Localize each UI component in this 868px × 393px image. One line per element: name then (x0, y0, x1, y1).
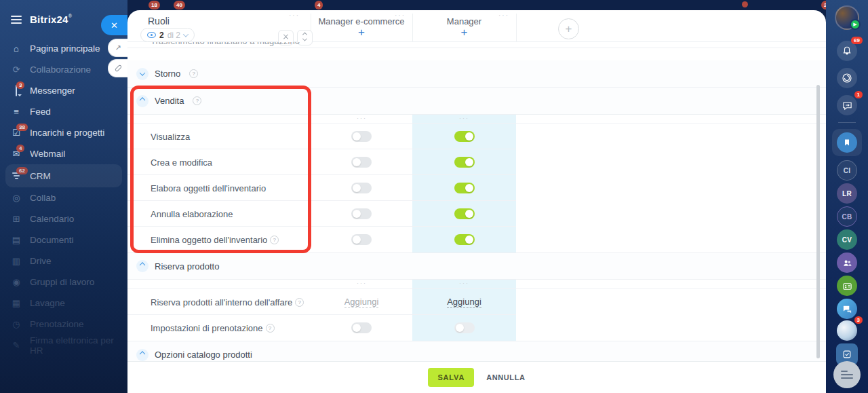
add-permission-button[interactable]: + (412, 26, 516, 39)
add-permission-button[interactable]: + (311, 26, 412, 39)
help-icon[interactable]: ? (193, 96, 201, 105)
webmail-icon: ✉4 (11, 149, 22, 159)
table-row: Annulla elaborazione (127, 201, 826, 227)
section-riserva-prodotto[interactable]: Riserva prodotto (127, 252, 826, 280)
sidebar-item-documenti[interactable]: ▤ Documenti (0, 229, 127, 250)
badge: 4 (16, 145, 24, 152)
copy-link-icon[interactable] (108, 59, 127, 77)
toggle-impostazioni-ecommerce[interactable] (351, 322, 372, 333)
sidebar-item-crm[interactable]: 62 CRM (5, 164, 122, 187)
chat-sync-button[interactable]: 1 (837, 95, 857, 115)
help-icon[interactable]: ? (189, 69, 198, 78)
close-icon[interactable]: ✕ (101, 15, 127, 35)
open-new-window-icon[interactable]: ↗ (108, 39, 127, 57)
assistant-badge: 3 (854, 316, 863, 324)
copilot-button[interactable] (837, 68, 857, 88)
sidebar-item-gruppi[interactable]: ◉ Gruppi di lavoro (0, 272, 127, 293)
user-avatar[interactable]: ▶ (835, 5, 859, 30)
workgroups-icon: ◉ (11, 277, 22, 287)
sidebar-item-lavagne[interactable]: ▦ Lavagne (0, 293, 127, 314)
toggle-crea-manager[interactable] (454, 157, 475, 168)
collab-icon: ◎ (11, 193, 22, 203)
chat-badge: 1 (854, 91, 863, 98)
feed-icon: ≡ (11, 107, 22, 117)
roles-permissions-panel: Ruoli ··· 2 di 2 ··· Manager e-commerce … (127, 10, 826, 393)
toggle-impostazioni-manager[interactable] (454, 322, 475, 333)
ellipsis-icon[interactable]: ··· (459, 280, 469, 286)
collapse-rail-button[interactable] (833, 361, 861, 388)
help-icon[interactable]: ? (266, 324, 275, 333)
sidebar-item-webmail[interactable]: ✉4 Webmail (0, 143, 127, 164)
sidebar-item-feed[interactable]: ≡ Feed (0, 101, 127, 122)
chevron-up-icon[interactable] (136, 95, 149, 107)
ellipsis-icon[interactable]: ··· (395, 12, 406, 19)
chevron-up-icon[interactable] (136, 260, 149, 272)
tasks-icon: ☑38 (11, 128, 22, 138)
chevron-up-icon[interactable] (136, 349, 149, 361)
drive-icon: ▥ (11, 256, 22, 266)
save-button[interactable]: SALVA (428, 368, 474, 387)
help-icon[interactable]: ? (270, 236, 279, 244)
calendar-icon: ⊞ (11, 214, 22, 224)
booking-icon: ◷ (11, 319, 22, 329)
chevron-down-icon (183, 31, 189, 37)
aggiungi-link-ecommerce[interactable]: Aggiungi (344, 297, 379, 308)
chevron-down-icon[interactable] (136, 68, 149, 80)
sidebar-item-incarichi[interactable]: ☑38 Incarichi e progetti (0, 122, 127, 143)
section-storno[interactable]: Storno ? (127, 60, 826, 88)
vertical-scrollbar[interactable] (816, 85, 820, 358)
copilot-icon (842, 73, 852, 83)
toggle-annulla-ecommerce[interactable] (351, 208, 372, 219)
sidebar-item-collab[interactable]: ◎ Collab (0, 187, 127, 208)
sidebar-item-prenotazione[interactable]: ◷ Prenotazione (0, 314, 127, 335)
whiteboards-icon: ▦ (11, 298, 22, 308)
documents-icon: ▤ (11, 235, 22, 245)
sidebar-item-firma-elettronica[interactable]: ✎ Firma elettronica per HR (0, 335, 127, 356)
role-column-manager-ecommerce: ··· Manager e-commerce + (311, 10, 412, 42)
toggle-elimina-ecommerce[interactable] (351, 234, 372, 245)
crm-icon: 62 (11, 171, 22, 181)
aggiungi-link-manager[interactable]: Aggiungi (447, 297, 481, 308)
toggle-elabora-manager[interactable] (454, 183, 475, 193)
roles-visibility-filter[interactable]: 2 di 2 (140, 28, 195, 42)
toggle-visualizza-ecommerce[interactable] (351, 131, 372, 142)
messenger-rail-button[interactable] (837, 299, 857, 319)
toggle-crea-ecommerce[interactable] (351, 157, 372, 168)
bell-icon (842, 46, 852, 56)
cancel-button[interactable]: ANNULLA (486, 373, 525, 381)
add-role-button[interactable]: + (558, 18, 579, 39)
avatar-cv[interactable]: CV (837, 229, 857, 250)
ellipsis-icon[interactable]: ··· (498, 12, 509, 19)
sidebar-item-calendario[interactable]: ⊞ Calendario (0, 208, 127, 229)
ellipsis-icon[interactable]: ··· (357, 115, 367, 121)
sidebar-item-messenger[interactable]: 3 Messenger (0, 80, 127, 101)
employees-button[interactable] (837, 252, 857, 273)
check-square-icon (842, 350, 852, 359)
play-icon: ▶ (850, 19, 861, 30)
toggle-annulla-manager[interactable] (454, 208, 475, 219)
hamburger-menu-icon[interactable] (11, 14, 22, 26)
page-title: Ruoli (148, 16, 170, 26)
bookmark-button[interactable] (832, 129, 862, 156)
ellipsis-icon[interactable]: ··· (459, 115, 469, 121)
toggle-elimina-manager[interactable] (454, 234, 475, 245)
table-row: Crea e modifica (127, 149, 826, 175)
sidebar-item-drive[interactable]: ▥ Drive (0, 250, 127, 272)
ellipsis-icon[interactable]: ··· (289, 12, 300, 19)
notifications-button[interactable]: 69 (837, 41, 857, 61)
avatar-cb[interactable]: CB (837, 206, 857, 227)
ellipsis-icon[interactable]: ··· (357, 280, 367, 286)
assistant-avatar[interactable]: 3 (837, 320, 857, 341)
avatar-ci[interactable]: CI (837, 160, 857, 181)
contacts-button[interactable] (837, 276, 857, 296)
home-icon: ⌂ (11, 43, 22, 54)
left-sidebar: Bitrix24® ⌂ Pagina principale ⟳ Collabor… (0, 0, 127, 393)
avatar-lr[interactable]: LR (837, 183, 857, 204)
top-counter-dot (742, 1, 748, 7)
help-icon[interactable]: ? (295, 298, 304, 307)
divider (838, 122, 856, 123)
toggle-visualizza-manager[interactable] (454, 131, 475, 142)
badge: 62 (16, 167, 28, 174)
section-vendita[interactable]: Vendita ? (127, 88, 826, 115)
toggle-elabora-ecommerce[interactable] (351, 183, 372, 193)
